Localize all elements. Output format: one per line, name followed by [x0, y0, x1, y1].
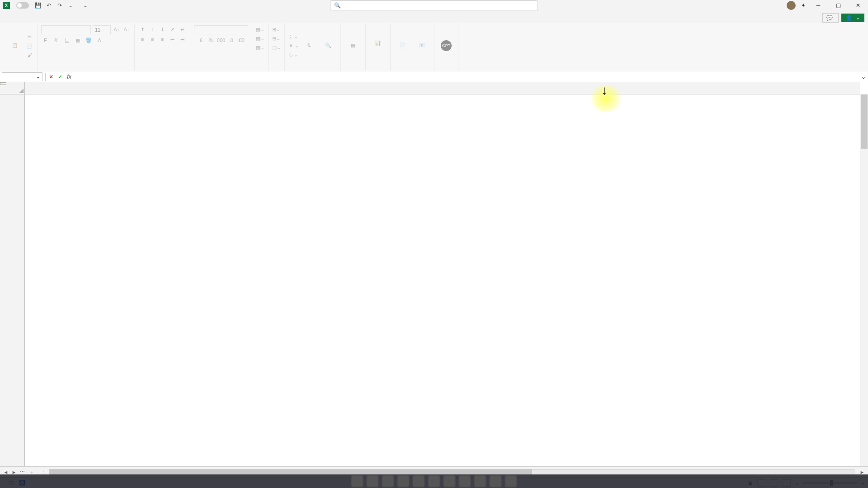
- autosave-toggle[interactable]: [14, 2, 29, 9]
- align-top-icon[interactable]: ⬆: [138, 25, 146, 33]
- conditional-format-button[interactable]: ▦ ⌄: [256, 25, 264, 33]
- addins-button[interactable]: ▦: [344, 39, 362, 53]
- wrap-text-icon[interactable]: ↩: [178, 25, 186, 33]
- task-icon[interactable]: [413, 475, 425, 487]
- tab-next-icon[interactable]: ►: [10, 469, 18, 475]
- qat-dropdown-icon[interactable]: ⌄: [67, 2, 74, 9]
- find-select-button[interactable]: 🔍: [320, 39, 337, 53]
- underline-icon[interactable]: U: [63, 36, 71, 44]
- undo-icon[interactable]: ↶: [45, 2, 52, 9]
- align-center-icon[interactable]: ≡: [148, 35, 156, 43]
- task-icon[interactable]: [474, 475, 486, 487]
- minimize-button[interactable]: ─: [811, 1, 826, 10]
- fill-color-icon[interactable]: 🪣: [85, 36, 93, 44]
- ribbon-tabs: 💬 👤 ⌄: [0, 11, 868, 23]
- copy-icon[interactable]: 📄: [25, 42, 33, 50]
- maximize-button[interactable]: ▢: [831, 1, 845, 10]
- task-icon[interactable]: [382, 475, 394, 487]
- chatgpt-button[interactable]: GPT: [438, 39, 454, 53]
- cut-icon[interactable]: ✂: [25, 33, 33, 41]
- format-painter-icon[interactable]: 🖌: [25, 51, 33, 59]
- column-headers: [25, 82, 860, 94]
- group-number: [193, 68, 249, 71]
- share-button[interactable]: 👤 ⌄: [841, 14, 864, 22]
- align-right-icon[interactable]: ≡: [158, 35, 166, 43]
- function-tooltip[interactable]: [0, 82, 6, 85]
- number-format-select[interactable]: [194, 25, 248, 34]
- group-font: [40, 68, 132, 71]
- document-name[interactable]: ⌄: [83, 2, 88, 9]
- group-alignment: [137, 68, 187, 71]
- decimal-inc-icon[interactable]: .0: [227, 36, 235, 44]
- avatar-icon[interactable]: [787, 1, 796, 10]
- increase-font-icon[interactable]: A↑: [113, 25, 121, 33]
- autosum-icon[interactable]: Σ ⌄: [288, 33, 299, 41]
- task-icon[interactable]: [367, 475, 378, 487]
- close-button[interactable]: ✕: [851, 1, 865, 10]
- font-family-input[interactable]: [41, 25, 91, 34]
- analysis-icon: 📊: [372, 37, 384, 49]
- group-cells: [271, 68, 282, 71]
- insert-cells-button[interactable]: ⊞ ⌄: [272, 25, 280, 33]
- align-left-icon[interactable]: ≡: [138, 35, 146, 43]
- task-icon[interactable]: [443, 475, 455, 487]
- save-icon[interactable]: 💾: [34, 2, 42, 9]
- font-size-input[interactable]: [93, 25, 111, 34]
- clipboard-icon: 📋: [9, 40, 21, 52]
- align-bottom-icon[interactable]: ⬇: [158, 25, 166, 33]
- task-icon[interactable]: [459, 475, 471, 487]
- cancel-formula-button[interactable]: ✕: [47, 72, 56, 81]
- indent-increase-icon[interactable]: ⇥: [178, 35, 186, 43]
- hscroll-thumb[interactable]: [50, 469, 532, 475]
- cell-styles-button[interactable]: ▦ ⌄: [256, 43, 264, 52]
- currency-icon[interactable]: €: [197, 36, 205, 44]
- vertical-scrollbar[interactable]: [860, 94, 868, 466]
- bold-icon[interactable]: F: [41, 36, 49, 44]
- group-acrobat: [393, 68, 431, 71]
- italic-icon[interactable]: K: [52, 36, 60, 44]
- comments-button[interactable]: 💬: [822, 13, 839, 23]
- group-editing: [288, 68, 338, 71]
- task-icon[interactable]: [397, 475, 409, 487]
- sort-filter-button[interactable]: ⇅: [301, 39, 318, 53]
- decrease-font-icon[interactable]: A↓: [123, 25, 131, 33]
- pdf-outlook-button[interactable]: 📧: [413, 39, 430, 53]
- task-icon[interactable]: [490, 475, 501, 487]
- accept-formula-button[interactable]: ✓: [56, 72, 65, 81]
- sync-icon[interactable]: ✦: [801, 2, 806, 9]
- orientation-icon[interactable]: ↗: [168, 25, 176, 33]
- delete-cells-button[interactable]: ⊟ ⌄: [272, 34, 280, 42]
- redo-icon[interactable]: ↷: [56, 2, 63, 9]
- titlebar: X 💾 ↶ ↷ ⌄ ⌄ 🔍 ✦ ─ ▢ ✕: [0, 0, 868, 11]
- clear-icon[interactable]: ◇ ⌄: [288, 51, 299, 59]
- data-analysis-button[interactable]: 📊: [369, 36, 387, 51]
- search-icon: 🔍: [334, 2, 341, 9]
- fill-icon[interactable]: ▼ ⌄: [288, 42, 299, 50]
- percent-icon[interactable]: %: [207, 36, 215, 44]
- expand-formula-icon[interactable]: ⌄: [859, 72, 868, 81]
- format-as-table-button[interactable]: ▦ ⌄: [256, 34, 264, 42]
- tab-prev-icon[interactable]: ◄: [2, 469, 10, 475]
- task-icon[interactable]: [428, 475, 440, 487]
- paste-button[interactable]: 📋: [6, 39, 24, 53]
- ribbon: 📋 ✂ 📄 🖌 A↑ A↓ F K U ▦ 🪣: [0, 23, 868, 71]
- thousands-icon[interactable]: 000: [217, 36, 225, 44]
- name-box[interactable]: ⌄: [2, 72, 42, 81]
- decimal-dec-icon[interactable]: .00: [237, 36, 245, 44]
- align-middle-icon[interactable]: ↕: [148, 25, 156, 33]
- group-clipboard: [5, 68, 34, 71]
- vscroll-thumb[interactable]: [861, 94, 868, 149]
- task-icon[interactable]: [351, 475, 363, 487]
- border-icon[interactable]: ▦: [74, 36, 82, 44]
- chatgpt-icon: GPT: [441, 40, 452, 51]
- pdf-links-button[interactable]: 📄: [394, 39, 411, 53]
- grid[interactable]: [25, 94, 860, 466]
- hscroll-right-icon[interactable]: ►: [858, 469, 866, 475]
- toggle-icon[interactable]: [16, 2, 29, 9]
- search-box[interactable]: 🔍: [330, 0, 538, 10]
- font-color-icon[interactable]: A: [95, 36, 104, 44]
- format-cells-button[interactable]: ▢ ⌄: [272, 43, 281, 52]
- indent-decrease-icon[interactable]: ⇤: [168, 35, 176, 43]
- fx-button[interactable]: fx: [65, 72, 74, 81]
- task-icon[interactable]: [505, 475, 517, 487]
